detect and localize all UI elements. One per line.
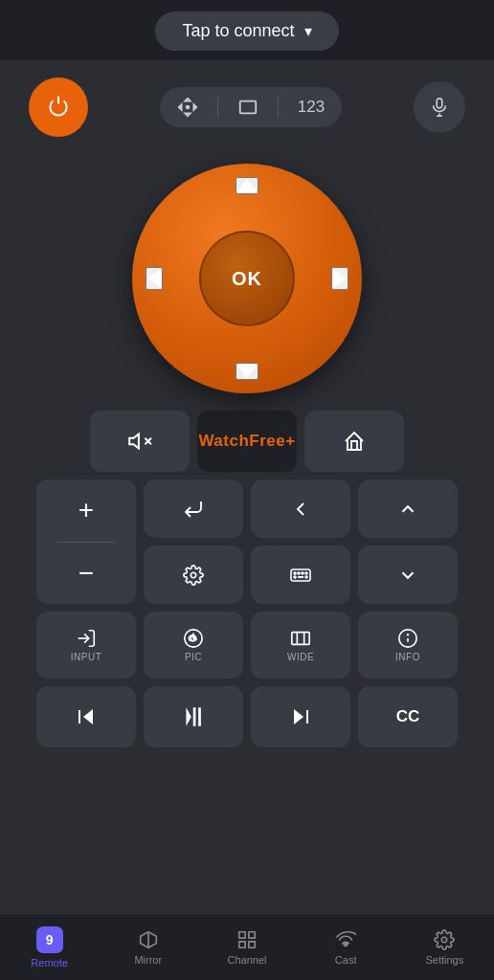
row-2a bbox=[144, 479, 458, 538]
watchfree-label: WatchFree+ bbox=[198, 432, 295, 451]
dpad-ok-button[interactable]: OK bbox=[199, 231, 295, 326]
svg-point-17 bbox=[305, 572, 307, 574]
left-arrow-icon bbox=[147, 269, 161, 288]
volume-down-button[interactable]: − bbox=[36, 543, 136, 605]
input-switch-icon bbox=[182, 498, 205, 521]
channel-up-button[interactable] bbox=[358, 479, 458, 538]
up-arrow-icon bbox=[237, 179, 257, 192]
nav-settings[interactable]: Settings bbox=[401, 929, 487, 966]
svg-point-18 bbox=[294, 576, 296, 578]
svg-rect-23 bbox=[292, 633, 309, 645]
dpad: OK bbox=[132, 164, 362, 393]
svg-marker-30 bbox=[83, 709, 93, 724]
move-icon bbox=[177, 97, 198, 118]
play-pause-icon bbox=[181, 704, 206, 729]
svg-point-42 bbox=[344, 942, 348, 946]
dpad-up-button[interactable] bbox=[236, 177, 258, 194]
move-button[interactable] bbox=[177, 97, 198, 118]
dpad-left-button[interactable] bbox=[146, 267, 163, 290]
svg-point-0 bbox=[186, 106, 189, 109]
info-icon bbox=[397, 628, 418, 649]
minus-icon: − bbox=[79, 558, 94, 589]
home-button[interactable] bbox=[304, 411, 404, 472]
nav-settings-label: Settings bbox=[425, 954, 463, 966]
keyboard-button[interactable] bbox=[251, 546, 350, 604]
dpad-right-button[interactable] bbox=[331, 267, 348, 290]
svg-point-15 bbox=[298, 572, 300, 574]
input-switch-button[interactable] bbox=[144, 479, 243, 538]
svg-marker-32 bbox=[186, 707, 191, 726]
svg-rect-39 bbox=[249, 931, 255, 937]
watchfree-button[interactable]: WatchFree+ bbox=[197, 411, 297, 472]
right-2x2 bbox=[144, 479, 458, 604]
ok-label: OK bbox=[232, 268, 262, 290]
row-1: WatchFree+ bbox=[15, 411, 479, 472]
svg-point-16 bbox=[302, 572, 303, 574]
fast-forward-button[interactable] bbox=[251, 686, 350, 747]
mute-button[interactable] bbox=[90, 411, 190, 472]
nav-channel[interactable]: Channel bbox=[204, 929, 290, 966]
svg-rect-40 bbox=[239, 941, 245, 947]
remote-app-icon: 9 bbox=[36, 926, 63, 953]
nav-remote[interactable]: 9 Remote bbox=[7, 926, 93, 969]
right-arrow-icon bbox=[333, 269, 347, 288]
down-arrow-icon bbox=[237, 365, 257, 378]
input-button[interactable]: INPUT bbox=[36, 612, 136, 679]
svg-rect-6 bbox=[291, 569, 310, 581]
volume-up-button[interactable]: + bbox=[36, 479, 136, 542]
rewind-button[interactable] bbox=[36, 686, 136, 747]
nav-cast[interactable]: Cast bbox=[303, 929, 389, 966]
power-icon bbox=[46, 95, 71, 120]
info-label: INFO bbox=[395, 652, 420, 662]
input-label: INPUT bbox=[71, 652, 102, 662]
play-pause-button[interactable] bbox=[144, 686, 243, 747]
bottom-nav: 9 Remote Mirror Channel Cast bbox=[0, 913, 494, 980]
fast-forward-icon bbox=[289, 705, 312, 728]
screen-layout-button[interactable] bbox=[237, 97, 258, 118]
mic-icon bbox=[429, 97, 450, 118]
settings-button[interactable] bbox=[144, 546, 243, 604]
svg-point-19 bbox=[305, 576, 307, 578]
row-5: CC bbox=[15, 686, 479, 747]
connect-button[interactable]: Tap to connect ▾ bbox=[155, 11, 338, 51]
mute-icon bbox=[127, 429, 152, 454]
screen-icon bbox=[237, 97, 258, 118]
plus-icon: + bbox=[79, 495, 94, 525]
cc-button[interactable]: CC bbox=[358, 686, 458, 747]
wide-icon bbox=[290, 628, 311, 649]
svg-marker-35 bbox=[294, 709, 303, 724]
svg-point-43 bbox=[442, 937, 448, 943]
keyboard-icon bbox=[289, 564, 312, 587]
cast-icon bbox=[335, 929, 356, 950]
channel-down-button[interactable] bbox=[358, 546, 458, 604]
chevron-down-icon: ▾ bbox=[304, 22, 312, 40]
rewind-icon bbox=[75, 705, 98, 728]
chevron-down-icon bbox=[397, 565, 418, 586]
button-grid: WatchFree+ + − bbox=[0, 411, 494, 747]
cc-label: CC bbox=[396, 707, 420, 726]
volume-column: + − bbox=[36, 479, 136, 604]
vol-grid-row: + − bbox=[15, 479, 479, 604]
channel-icon bbox=[236, 929, 258, 950]
power-button[interactable] bbox=[29, 78, 88, 137]
nav-mirror[interactable]: Mirror bbox=[105, 929, 191, 966]
connect-label: Tap to connect bbox=[182, 21, 294, 41]
pic-button[interactable]: PIC bbox=[144, 612, 243, 679]
dpad-container: OK bbox=[132, 164, 362, 393]
mode-controls: 123 bbox=[160, 87, 342, 127]
num-label: 123 bbox=[298, 98, 325, 117]
mic-button[interactable] bbox=[414, 81, 465, 133]
chevron-up-icon bbox=[397, 499, 418, 520]
svg-rect-20 bbox=[298, 576, 303, 578]
svg-rect-1 bbox=[240, 101, 257, 114]
wide-label: WIDE bbox=[287, 652, 314, 662]
back-icon bbox=[289, 498, 312, 521]
back-button[interactable] bbox=[251, 479, 350, 538]
svg-rect-41 bbox=[249, 941, 255, 947]
nav-channel-label: Channel bbox=[227, 954, 266, 966]
info-button[interactable]: INFO bbox=[358, 612, 458, 679]
dpad-down-button[interactable] bbox=[236, 363, 258, 380]
row-4: INPUT PIC WIDE bbox=[15, 612, 479, 679]
wide-button[interactable]: WIDE bbox=[251, 612, 350, 679]
nav-cast-label: Cast bbox=[335, 954, 357, 966]
